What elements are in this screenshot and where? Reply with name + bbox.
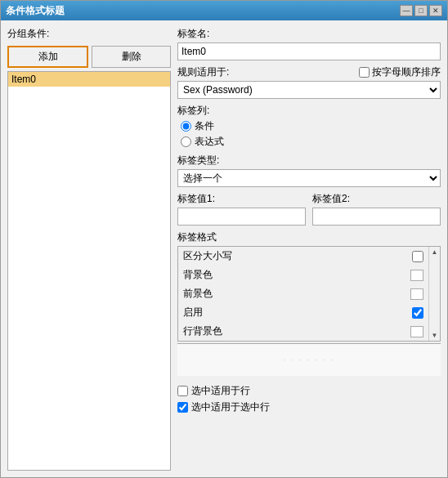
format-bgcolor-swatch[interactable] <box>410 270 423 281</box>
format-row-row-bgcolor: 行背景色 <box>178 322 428 341</box>
title-bar-buttons: — □ ✕ <box>400 5 442 16</box>
radio-condition[interactable] <box>181 121 191 132</box>
main-content: 分组条件: 添加 删除 Item0 标签名: 规则适用于: <box>1 20 447 477</box>
format-box: 区分大小写 背景色 前景色 <box>177 246 441 342</box>
list-item[interactable]: Item0 <box>8 72 170 87</box>
window-title: 条件格式标题 <box>6 4 65 18</box>
bottom-check2-label[interactable]: 选中适用于选中行 <box>177 400 441 414</box>
tag-type-select-label: 标签类型: <box>177 154 441 168</box>
tag-type-radio-row: 标签列: 条件 表达式 <box>177 104 441 149</box>
scroll-up-arrow[interactable]: ▲ <box>432 248 438 256</box>
bottom-check1-text: 选中适用于行 <box>191 384 250 398</box>
button-row: 添加 删除 <box>7 46 171 68</box>
tag-type-select-row: 标签类型: 选择一个 <box>177 154 441 187</box>
format-scrollbar[interactable]: ▲ ▼ <box>428 247 440 341</box>
format-preview: · · · · · · · <box>177 343 441 376</box>
rule-apply-row: 规则适用于: 按字母顺序排序 Sex (Password) <box>177 65 441 99</box>
alpha-sort-label[interactable]: 按字母顺序排序 <box>359 65 441 79</box>
tag-values-row: 标签值1: 标签值2: <box>177 192 441 226</box>
tag-name-label: 标签名: <box>177 27 441 41</box>
delete-button[interactable]: 删除 <box>92 46 171 68</box>
rule-apply-inline: 规则适用于: 按字母顺序排序 <box>177 65 441 79</box>
radio-expression[interactable] <box>181 136 191 147</box>
radio-group: 条件 表达式 <box>181 119 441 149</box>
tag-value2-field: 标签值2: <box>312 192 441 226</box>
alpha-sort-checkbox[interactable] <box>359 67 370 78</box>
format-row-bgcolor-swatch[interactable] <box>410 326 423 337</box>
format-section: 标签格式 区分大小写 背景色 <box>177 230 441 376</box>
format-row-fgcolor: 前景色 <box>178 284 428 303</box>
rule-apply-select[interactable]: Sex (Password) <box>177 81 441 99</box>
radio-expression-label[interactable]: 表达式 <box>181 135 441 149</box>
rule-apply-label: 规则适用于: <box>177 65 229 79</box>
preview-dots: · · · · · · · <box>284 355 334 364</box>
format-enabled-label: 启用 <box>183 306 412 319</box>
tag-name-input[interactable] <box>177 42 441 60</box>
format-fgcolor-swatch[interactable] <box>410 288 423 300</box>
format-scroll-area[interactable]: 区分大小写 背景色 前景色 <box>178 247 428 341</box>
tag-value1-input[interactable] <box>177 208 306 226</box>
format-row-bgcolor: 背景色 <box>178 266 428 284</box>
group-list[interactable]: Item0 <box>7 71 171 471</box>
format-case-checkbox[interactable] <box>412 251 423 262</box>
format-label: 标签格式 <box>177 230 441 244</box>
right-panel: 标签名: 规则适用于: 按字母顺序排序 Sex (Password) 标 <box>177 27 441 471</box>
tag-name-row: 标签名: <box>177 27 441 60</box>
bottom-check2[interactable] <box>177 402 188 413</box>
format-enabled-checkbox[interactable] <box>412 307 423 319</box>
tag-type-select[interactable]: 选择一个 <box>177 169 441 187</box>
scroll-down-arrow[interactable]: ▼ <box>432 332 438 339</box>
maximize-button[interactable]: □ <box>414 5 428 16</box>
tag-value1-field: 标签值1: <box>177 192 306 226</box>
tag-value1-label: 标签值1: <box>177 192 306 206</box>
left-panel: 分组条件: 添加 删除 Item0 <box>7 27 171 471</box>
bottom-check2-text: 选中适用于选中行 <box>191 400 270 414</box>
format-row-case: 区分大小写 <box>178 247 428 266</box>
format-row-bgcolor-label: 行背景色 <box>183 324 410 338</box>
format-row-enabled: 启用 <box>178 303 428 322</box>
tag-type-radio-label: 标签列: <box>177 104 441 118</box>
close-button[interactable]: ✕ <box>429 5 442 16</box>
title-bar: 条件格式标题 — □ ✕ <box>1 1 447 20</box>
bottom-check1-label[interactable]: 选中适用于行 <box>177 384 441 398</box>
format-case-label: 区分大小写 <box>183 249 412 263</box>
radio-condition-text: 条件 <box>195 119 214 133</box>
minimize-button[interactable]: — <box>400 5 413 16</box>
bottom-checkboxes: 选中适用于行 选中适用于选中行 <box>177 384 441 414</box>
main-window: 条件格式标题 — □ ✕ 分组条件: 添加 删除 Item0 标签名: <box>0 0 448 478</box>
tag-value2-input[interactable] <box>312 208 441 226</box>
alpha-sort-text: 按字母顺序排序 <box>372 65 441 79</box>
tag-value2-label: 标签值2: <box>312 192 441 206</box>
format-bgcolor-label: 背景色 <box>183 268 410 282</box>
radio-condition-label[interactable]: 条件 <box>181 119 441 133</box>
bottom-check1[interactable] <box>177 386 188 396</box>
add-button[interactable]: 添加 <box>7 46 88 68</box>
radio-expression-text: 表达式 <box>195 135 224 149</box>
format-fgcolor-label: 前景色 <box>183 287 410 301</box>
group-condition-label: 分组条件: <box>7 27 171 41</box>
